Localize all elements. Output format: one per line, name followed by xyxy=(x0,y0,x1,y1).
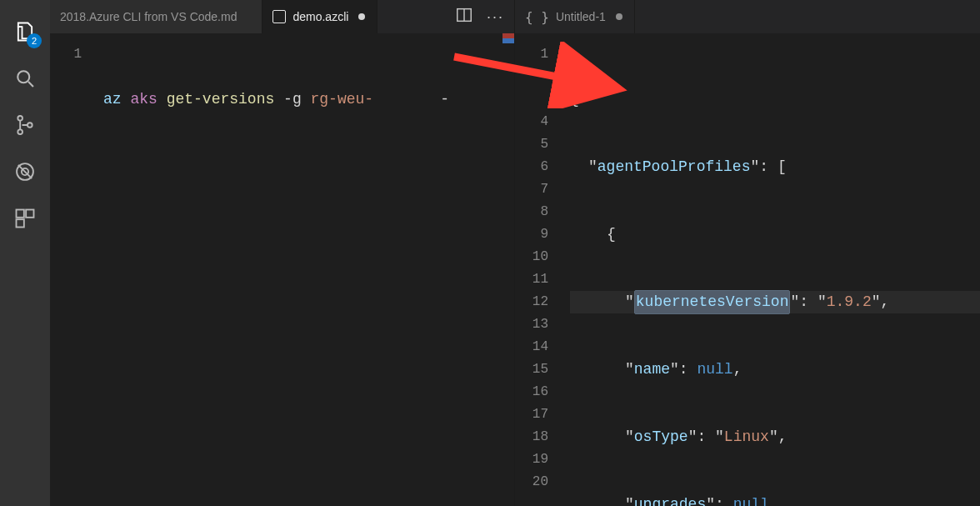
tab-untitled-json[interactable]: { } Untitled-1 xyxy=(515,0,635,33)
svg-point-1 xyxy=(18,116,22,121)
explorer-badge: 2 xyxy=(27,33,42,48)
split-icon xyxy=(455,6,473,24)
activity-debug[interactable] xyxy=(0,148,50,195)
svg-rect-6 xyxy=(17,210,24,218)
token-resource-group: rg-weu- xyxy=(311,88,374,111)
token-az: az xyxy=(103,88,122,111)
token-aks: aks xyxy=(130,88,157,111)
vscode-window: 2 2018.Azure CLI from VS Code.md xyxy=(0,0,980,506)
svg-point-3 xyxy=(28,123,32,128)
generic-file-icon xyxy=(272,10,286,23)
gutter-right: 1 4 5 6 7 8 9 10 11 12 13 14 15 16 17 xyxy=(515,33,565,506)
overview-ruler-left xyxy=(502,33,514,506)
activity-search[interactable] xyxy=(0,55,50,102)
modified-dot-icon xyxy=(358,13,365,20)
tab-label: demo.azcli xyxy=(292,10,348,23)
token-flag: -g xyxy=(283,88,302,111)
svg-point-0 xyxy=(18,71,29,83)
tab-label: 2018.Azure CLI from VS Code.md xyxy=(60,10,237,23)
editor-groups: 2018.Azure CLI from VS Code.md demo.azcl… xyxy=(50,0,980,506)
gutter-left: 1 xyxy=(50,33,97,506)
modified-dot-icon xyxy=(616,13,622,20)
code-right[interactable]: { "agentPoolProfiles": [ { "kubernetesVe… xyxy=(565,33,980,506)
more-actions-button[interactable]: ··· xyxy=(487,8,504,26)
tab-bar-right: { } Untitled-1 xyxy=(515,0,980,33)
code-left[interactable]: az aks get-versions -g rg-weu-- xyxy=(97,33,514,506)
svg-point-2 xyxy=(18,129,22,134)
extensions-icon xyxy=(13,207,37,230)
json-file-icon: { } xyxy=(525,9,549,25)
tab-demo-azcli[interactable]: demo.azcli xyxy=(262,0,378,33)
activity-explorer[interactable]: 2 xyxy=(0,8,50,55)
editor-pane-left: 2018.Azure CLI from VS Code.md demo.azcl… xyxy=(50,0,515,506)
tab-actions-left: ··· xyxy=(445,6,514,28)
debug-icon xyxy=(13,160,37,183)
search-icon xyxy=(13,67,37,90)
tab-bar-left: 2018.Azure CLI from VS Code.md demo.azcl… xyxy=(50,0,514,33)
code-surface-left[interactable]: 1 az aks get-versions -g rg-weu-- xyxy=(50,33,514,506)
activity-scm[interactable] xyxy=(0,102,50,148)
token-cmd: get-versions xyxy=(167,88,275,111)
tab-markdown-file[interactable]: 2018.Azure CLI from VS Code.md xyxy=(50,0,262,33)
split-editor-button[interactable] xyxy=(455,6,473,28)
tab-label: Untitled-1 xyxy=(556,10,606,23)
svg-rect-7 xyxy=(26,210,33,218)
code-surface-right[interactable]: 1 4 5 6 7 8 9 10 11 12 13 14 15 16 17 xyxy=(515,33,980,506)
editor-pane-right: { } Untitled-1 1 4 5 6 7 8 9 10 11 xyxy=(515,0,980,506)
activity-bar: 2 xyxy=(0,0,50,506)
svg-rect-8 xyxy=(17,219,24,227)
activity-extensions[interactable] xyxy=(0,195,50,242)
source-control-icon xyxy=(13,113,37,137)
